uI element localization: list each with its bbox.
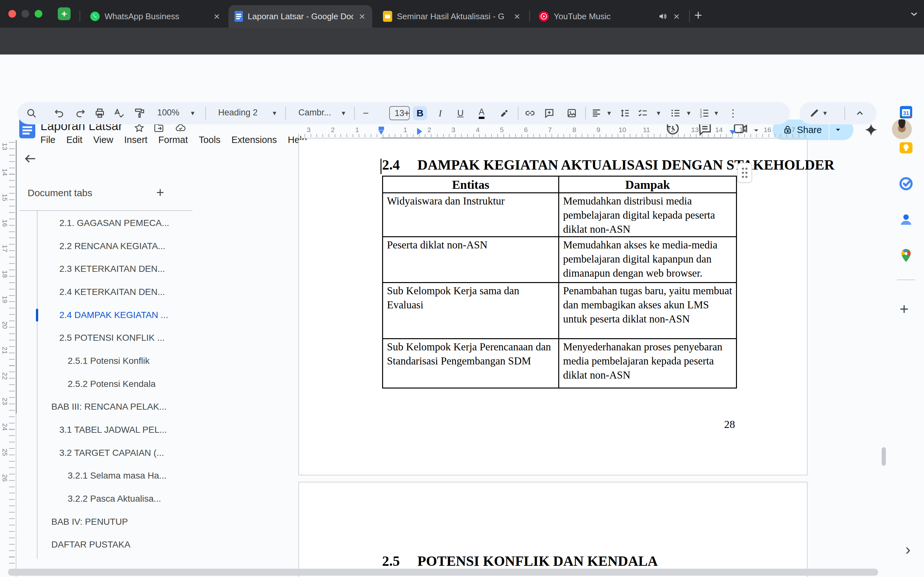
outline-list: 2.1. GAGASAN PEMECA... 2.2 RENCANA KEGIA… xyxy=(18,211,194,556)
add-comment-icon[interactable] xyxy=(542,106,556,120)
collapse-toolbar-icon[interactable] xyxy=(853,106,867,120)
numbered-list-dropdown-icon[interactable]: ▾ xyxy=(714,109,718,117)
outline-item[interactable]: 2.5.2 Potensi Kendala xyxy=(18,372,194,396)
table-drag-handle[interactable] xyxy=(737,163,752,183)
undo-icon[interactable] xyxy=(52,106,66,120)
align-icon[interactable] xyxy=(590,106,604,120)
close-icon[interactable]: × xyxy=(513,11,521,21)
tasks-icon[interactable] xyxy=(899,176,913,191)
outline-item[interactable]: 2.4 DAMPAK KEGIATAN ... xyxy=(18,303,194,327)
tab-laporan-latsar[interactable]: Laporan Latsar - Google Docs × xyxy=(228,5,372,27)
outline-item[interactable]: 2.4 KETERKAITAN DEN... xyxy=(18,280,194,303)
contacts-icon[interactable] xyxy=(899,212,913,227)
vertical-scrollbar-thumb[interactable] xyxy=(882,447,886,466)
outline-item[interactable]: BAB IV: PENUTUP xyxy=(18,510,194,533)
insert-link-icon[interactable] xyxy=(523,106,537,120)
close-icon[interactable]: × xyxy=(212,11,221,21)
tab-stop-marker[interactable] xyxy=(417,128,422,135)
ruler-number: 2 xyxy=(427,126,431,134)
add-document-tab-button[interactable]: + xyxy=(156,185,164,200)
maximize-window-button[interactable] xyxy=(35,10,42,18)
outline-item-label: 3.2.2 Pasca Aktualisa... xyxy=(68,494,161,504)
table-header-row: Entitas Dampak xyxy=(383,176,737,193)
outline-item-label: 2.4 DAMPAK KEGIATAN ... xyxy=(59,310,168,320)
numbered-list-icon[interactable]: 123 xyxy=(697,106,711,120)
more-options-icon[interactable]: ⋮ xyxy=(726,106,740,120)
tab-whatsapp-business[interactable]: WhatsApp Business × xyxy=(84,5,227,27)
highlight-color-button[interactable] xyxy=(497,106,511,120)
editing-mode-dropdown-icon[interactable]: ▾ xyxy=(823,109,827,117)
tab-youtube-music[interactable]: YouTube Music × xyxy=(533,5,687,27)
spell-check-icon[interactable] xyxy=(112,106,126,120)
zoom-select[interactable]: 100% xyxy=(157,108,179,118)
pinned-tab-icon[interactable]: + xyxy=(58,7,71,20)
stakeholder-impact-table[interactable]: Entitas Dampak Widyaiswara dan Instruktu… xyxy=(382,176,737,388)
outline-item[interactable]: 3.2.2 Pasca Aktualisa... xyxy=(18,487,194,510)
redo-icon[interactable] xyxy=(73,106,87,120)
font-dropdown-icon[interactable]: ▾ xyxy=(342,109,345,117)
heading-text: DAMPAK KEGIATAN AKTUALISASI DENGAN STAKE… xyxy=(417,157,835,173)
close-icon[interactable]: × xyxy=(672,11,681,21)
first-line-indent-marker[interactable] xyxy=(379,131,384,135)
vertical-ruler[interactable]: 1314151617181920212223242526 xyxy=(0,140,18,577)
new-tab-button[interactable]: + xyxy=(694,8,702,23)
increase-font-size-button[interactable]: + xyxy=(400,106,414,120)
outline-item[interactable]: 3.2 TARGET CAPAIAN (... xyxy=(18,442,194,464)
font-select[interactable]: Cambr... xyxy=(298,108,331,118)
left-indent-marker[interactable] xyxy=(379,127,384,130)
align-dropdown-icon[interactable]: ▾ xyxy=(607,109,611,117)
outline-item[interactable]: DAFTAR PUSTAKA xyxy=(18,533,194,556)
document-canvas[interactable]: 2.4 DAMPAK KEGIATAN AKTUALISASI DENGAN S… xyxy=(194,140,888,577)
calendar-icon[interactable]: 31 xyxy=(899,105,913,119)
search-menus-icon[interactable] xyxy=(24,106,39,120)
outline-item[interactable]: 3.1 TABEL JADWAL PEL... xyxy=(18,418,194,442)
editing-mode-pencil-icon[interactable] xyxy=(807,106,821,120)
minimize-window-button[interactable] xyxy=(21,10,29,18)
checklist-dropdown-icon[interactable]: ▾ xyxy=(657,109,660,117)
outline-item[interactable]: 2.1. GAGASAN PEMECA... xyxy=(18,211,194,235)
paint-format-icon[interactable] xyxy=(132,106,147,120)
text-color-button[interactable]: A xyxy=(475,106,489,120)
outline-item[interactable]: 2.2 RENCANA KEGIATA... xyxy=(18,235,194,258)
close-window-button[interactable] xyxy=(8,10,16,18)
expand-side-panel-chevron[interactable]: › xyxy=(905,540,911,558)
ruler-number: 14 xyxy=(1,167,9,177)
horizontal-scrollbar-thumb[interactable] xyxy=(8,569,878,576)
bulleted-list-icon[interactable] xyxy=(668,106,682,120)
tab-divider xyxy=(529,10,530,22)
outline-item[interactable]: 2.3 KETERKAITAN DEN... xyxy=(18,258,194,280)
italic-button[interactable]: I xyxy=(433,106,447,120)
tab-audio-icon[interactable] xyxy=(658,12,667,21)
style-dropdown-icon[interactable]: ▾ xyxy=(273,109,276,117)
document-tabs-panel: Document tabs + 2.1. GAGASAN PEMECA... 2… xyxy=(18,140,194,577)
ruler-number: 21 xyxy=(1,345,9,356)
paragraph-style-select[interactable]: Heading 2 xyxy=(218,108,258,118)
checklist-icon[interactable] xyxy=(636,106,650,120)
line-spacing-icon[interactable] xyxy=(618,106,632,120)
tab-search-chevron-icon[interactable] xyxy=(909,8,919,19)
bulleted-list-dropdown-icon[interactable]: ▾ xyxy=(687,109,690,117)
close-outline-icon[interactable] xyxy=(23,152,37,166)
tab-seminar-hasil[interactable]: Seminar Hasil Aktualisasi - G × xyxy=(377,5,527,27)
outline-item[interactable]: 3.2.1 Selama masa Ha... xyxy=(18,464,194,488)
get-add-ons-button[interactable]: + xyxy=(900,300,909,318)
right-indent-marker[interactable] xyxy=(730,130,735,135)
underline-button[interactable]: U xyxy=(453,106,467,120)
outline-item-label: 2.5.2 Potensi Kendala xyxy=(68,379,156,389)
bold-button[interactable]: B xyxy=(413,106,427,120)
outline-item[interactable]: 2.5.1 Potensi Konflik xyxy=(18,350,194,372)
print-icon[interactable] xyxy=(93,106,107,120)
horizontal-ruler[interactable]: 3211234567891011121314151617 xyxy=(0,126,924,140)
keep-icon[interactable] xyxy=(899,140,913,155)
sidebar-divider xyxy=(19,210,192,211)
cell-dampak: Penambahan tugas baru, yaitu membuat dan… xyxy=(559,283,737,339)
outline-item[interactable]: 2.5 POTENSI KONFLIK ... xyxy=(18,326,194,350)
zoom-dropdown-icon[interactable]: ▾ xyxy=(191,109,194,117)
close-icon[interactable]: × xyxy=(358,11,367,21)
table-header-dampak: Dampak xyxy=(559,176,737,193)
outline-item[interactable]: BAB III: RENCANA PELAK... xyxy=(18,396,194,419)
outline-item-label: 2.3 KETERKAITAN DEN... xyxy=(59,264,165,274)
maps-icon[interactable] xyxy=(899,248,913,263)
decrease-font-size-button[interactable]: − xyxy=(359,106,373,120)
insert-image-icon[interactable] xyxy=(565,106,579,120)
